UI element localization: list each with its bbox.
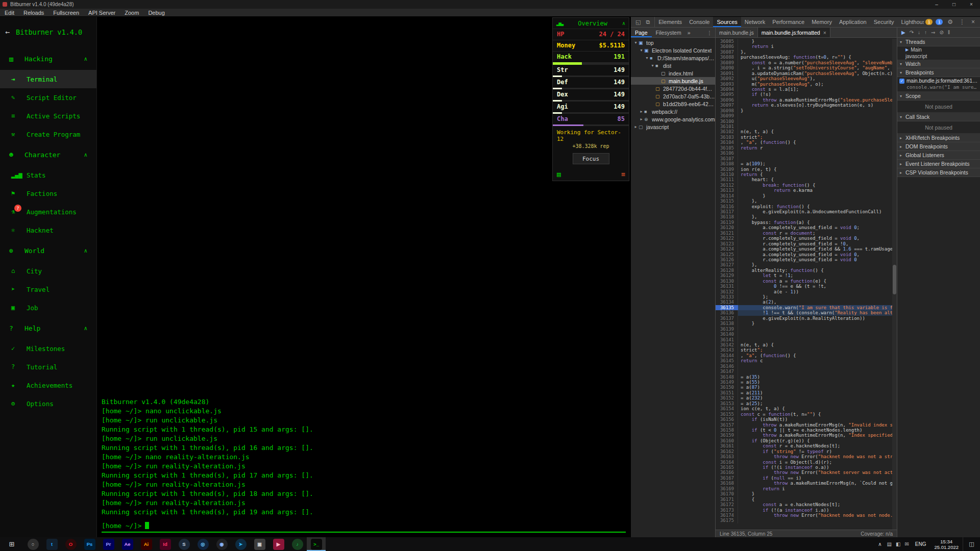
sidebar-item-job[interactable]: ▣Job	[0, 298, 96, 317]
code-line[interactable]: 36136 !1 !== t && (console.warn("Reality…	[716, 310, 897, 315]
code-line[interactable]: 36094 const s = l.a[i];	[716, 87, 897, 92]
tree-item-index-html[interactable]: ▢index.html	[631, 69, 715, 77]
chevron-up-icon[interactable]: ∧	[84, 247, 87, 254]
taskbar-app-11[interactable]: ➤	[231, 537, 250, 551]
line-number[interactable]: 36127	[716, 262, 738, 267]
code-line[interactable]: 36159 throw a.makeRuntimeErrorMsg(n, "In…	[716, 433, 897, 438]
code-line[interactable]: 36173 if (!(a instanceof i.a))	[716, 508, 897, 513]
save-icon[interactable]: ▤	[557, 170, 561, 178]
breakpoint-checkbox[interactable]: ✓	[899, 79, 904, 84]
line-number[interactable]: 36147	[716, 369, 738, 374]
code-line[interactable]: 36124 a.completely_unused_field && 1.6 =…	[716, 246, 897, 252]
kebab-menu-icon[interactable]: ⋮	[956, 18, 968, 26]
tree-item-b1dd2b89-eeb6-42c3-bbab-e5[interactable]: ▢b1dd2b89-eeb6-42c3-bbab-e5…	[631, 100, 715, 108]
code-line[interactable]: 36086 return i	[716, 44, 897, 49]
code-line[interactable]: 36089 const o = a.number("purchaseSleeve…	[716, 60, 897, 65]
code-line[interactable]: 36131 0 !== e && (t = !t,	[716, 284, 897, 289]
tab-filesystem[interactable]: Filesystem	[652, 28, 685, 37]
start-button[interactable]: ⊞	[0, 537, 23, 551]
line-number[interactable]: 36130	[716, 279, 738, 284]
code-line[interactable]: 36125 a.completely_unused_field = void 0…	[716, 252, 897, 257]
section-watch[interactable]: ▾Watch	[897, 60, 980, 68]
line-number[interactable]: 36145	[716, 358, 738, 363]
code-line[interactable]: 36105return r	[716, 145, 897, 151]
line-number[interactable]: 36118	[716, 214, 738, 219]
code-line[interactable]: 36150= a(87)	[716, 385, 897, 390]
line-number[interactable]: 36160	[716, 438, 738, 443]
code-line[interactable]: 36135 console.warn("I am sure that this …	[716, 305, 897, 310]
section-csp-violation-breakpoints[interactable]: ▸CSP Violation Breakpoints	[897, 168, 980, 177]
code-line[interactable]: 36174 throw new Error("hacknet node was …	[716, 513, 897, 518]
line-number[interactable]: 36168	[716, 481, 738, 486]
taskbar-app-9[interactable]: ◎	[193, 537, 212, 551]
expand-arrow-icon[interactable]: ▾	[633, 40, 639, 45]
line-number[interactable]: 36138	[716, 321, 738, 326]
taskbar-app-1[interactable]: t	[42, 537, 61, 551]
code-line[interactable]: 36118 },	[716, 214, 897, 219]
line-number[interactable]: 36085	[716, 39, 738, 44]
toolbar-badge-1[interactable]: 1	[936, 19, 943, 25]
line-number[interactable]: 36102	[716, 129, 738, 134]
code-line[interactable]: 36109ion r(e, t) {	[716, 167, 897, 172]
line-number[interactable]: 36157	[716, 422, 738, 428]
code-line[interactable]: 36169 return i	[716, 486, 897, 491]
line-number[interactable]: 36133	[716, 294, 738, 299]
debugger-control-icon[interactable]: ▶	[899, 30, 908, 35]
code-line[interactable]: 36134 a(2),	[716, 299, 897, 305]
line-number[interactable]: 36141	[716, 337, 738, 342]
line-number[interactable]: 36128	[716, 268, 738, 273]
code-line[interactable]: 36140	[716, 332, 897, 337]
breakpoint-entry[interactable]: ✓main.bundle.js:formatted:36135console.w…	[897, 77, 980, 92]
chevron-up-icon[interactable]: ∧	[84, 325, 87, 332]
line-number[interactable]: 36136	[716, 310, 738, 315]
line-number[interactable]: 36151	[716, 390, 738, 395]
line-number[interactable]: 36092	[716, 76, 738, 81]
sidebar-item-terminal[interactable]: ⇥Terminal	[0, 70, 96, 88]
section-global-listeners[interactable]: ▸Global Listeners	[897, 151, 980, 160]
debugger-control-icon[interactable]: ‖	[946, 30, 952, 35]
sidebar-item-milestones[interactable]: ✓Milestones	[0, 339, 96, 358]
line-number[interactable]: 36108	[716, 161, 738, 166]
sidebar-item-city[interactable]: ⌂City	[0, 262, 96, 280]
settings-gear-icon[interactable]: ⚙	[944, 18, 956, 26]
code-line[interactable]: 36128 alterReality: function() {	[716, 268, 897, 273]
sidebar-section-help[interactable]: ?Help∧	[0, 317, 96, 339]
tray-icon[interactable]: ✉	[902, 541, 911, 547]
code-line[interactable]: 36096 throw a.makeRuntimeErrorMsg("sleev…	[716, 97, 897, 103]
code-line[interactable]: 36156 if (isNaN(t))	[716, 417, 897, 422]
code-line[interactable]: 36154ion c(e, t, a) {	[716, 406, 897, 411]
code-line[interactable]: 36126 r.completely_unused_field = void 0	[716, 257, 897, 262]
taskbar-app-13[interactable]: ▶	[269, 537, 288, 551]
code-line[interactable]: 36123 r.completely_unused_field = !0,	[716, 241, 897, 246]
code-line[interactable]: 36090 , i = a.string("setToUniversityCou…	[716, 65, 897, 70]
code-line[interactable]: 36100	[716, 119, 897, 124]
line-number[interactable]: 36105	[716, 145, 738, 151]
code-line[interactable]: 36113 return e.karma	[716, 188, 897, 193]
devtools-tab-application[interactable]: Application	[836, 17, 870, 27]
line-number[interactable]: 36161	[716, 443, 738, 448]
code-line[interactable]: 36121 const r = document;	[716, 231, 897, 236]
line-number[interactable]: 36149	[716, 380, 738, 385]
tab-page[interactable]: Page	[631, 28, 652, 37]
line-number[interactable]: 36090	[716, 65, 738, 70]
line-number[interactable]: 36143	[716, 347, 738, 353]
devtools-tab-network[interactable]: Network	[741, 17, 769, 27]
tree-item-main-bundle-js[interactable]: ▢main.bundle.js	[631, 77, 715, 85]
code-line[interactable]: 36146	[716, 364, 897, 369]
code-line[interactable]: 36175	[716, 518, 897, 523]
code-line[interactable]: 36160 if (Object(r.g)(e)) {	[716, 438, 897, 443]
code-line[interactable]: 36167 if (null == i)	[716, 475, 897, 481]
line-number[interactable]: 36153	[716, 401, 738, 406]
taskbar-app-14[interactable]: ♪	[288, 537, 307, 551]
line-number[interactable]: 36101	[716, 124, 738, 129]
code-line[interactable]: 36151= a(211)	[716, 390, 897, 395]
code-line[interactable]: 36137 e.giveExploit(n.a.RealityAlteratio…	[716, 316, 897, 321]
line-number[interactable]: 36134	[716, 299, 738, 305]
tree-item-electron-isolated-context[interactable]: ▾▣Electron Isolated Context	[631, 46, 715, 54]
close-tab-icon[interactable]: ×	[823, 30, 826, 36]
line-number[interactable]: 36162	[716, 449, 738, 454]
code-line[interactable]: 36085 }	[716, 39, 897, 44]
code-line[interactable]: 36133 };	[716, 294, 897, 299]
code-line[interactable]: 36102n(e, t, a) {	[716, 129, 897, 134]
section-scope[interactable]: ▾Scope	[897, 92, 980, 101]
